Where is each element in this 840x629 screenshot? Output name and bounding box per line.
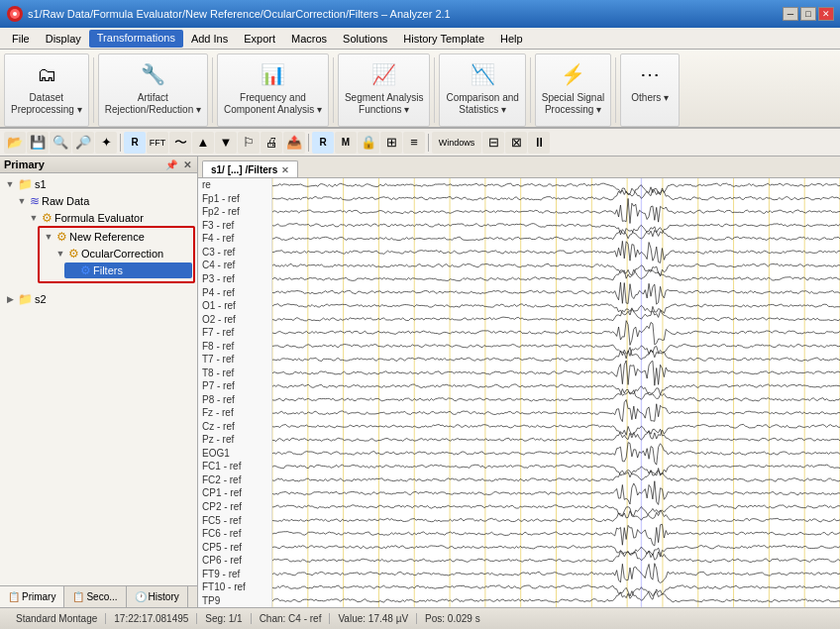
ribbon-artifact-rejection[interactable]: 🔧 ArtifactRejection/Reduction ▾	[98, 53, 208, 127]
menu-file[interactable]: File	[4, 31, 38, 47]
ribbon-dataset-preprocessing[interactable]: 🗂 DatasetPreprocessing ▾	[4, 53, 89, 127]
tree-item-s1[interactable]: ▼ 📁 s1 ▼ ≋ Raw Data	[2, 175, 195, 286]
menu-history[interactable]: History Template	[395, 31, 492, 47]
tb-channel[interactable]: ≡	[403, 132, 425, 154]
tab-history-label: History	[149, 591, 179, 602]
channel-label-2: Fp2 - ref	[198, 205, 271, 219]
channel-label-14: T8 - ref	[198, 366, 271, 379]
signal-tab-close[interactable]: ✕	[281, 165, 289, 175]
formula-children: ▼ ⚙ New Reference	[38, 226, 195, 283]
expand-formula[interactable]: ▼	[28, 213, 40, 223]
file-tree: ▼ 📁 s1 ▼ ≋ Raw Data	[0, 173, 197, 585]
tb-markers[interactable]: ⚐	[238, 132, 260, 154]
expand-newref[interactable]: ▼	[43, 232, 54, 242]
menu-solutions[interactable]: Solutions	[335, 31, 395, 47]
tb-grid[interactable]: ⊞	[380, 132, 402, 154]
ribbon-frequency-component[interactable]: 📊 Frequency andComponent Analysis ▾	[217, 53, 329, 127]
filters-icon: ⚙	[80, 263, 91, 277]
panel-close[interactable]: ✕	[181, 159, 193, 170]
channel-label-1: Fp1 - ref	[198, 192, 271, 206]
status-value: Value: 17.48 µV	[330, 613, 417, 624]
tree-item-filters[interactable]: ⚙ Filters	[64, 262, 192, 279]
comparison-statistics-label: Comparison andStatistics ▾	[446, 92, 518, 116]
tb-fft[interactable]: FFT	[147, 132, 168, 154]
comparison-statistics-icon: 📉	[467, 58, 498, 90]
menu-export[interactable]: Export	[236, 31, 283, 47]
expand-rawdata[interactable]: ▼	[16, 196, 28, 206]
channel-label-6: C4 - ref	[198, 259, 271, 272]
tb-windows[interactable]: Windows	[432, 132, 481, 154]
tb-m[interactable]: M	[335, 132, 357, 154]
tree-item-formula[interactable]: ▼ ⚙ Formula Evaluator ▼ ⚙	[26, 209, 195, 284]
tb-lock[interactable]: 🔒	[358, 132, 379, 154]
ribbon-comparison-statistics[interactable]: 📉 Comparison andStatistics ▾	[439, 53, 525, 127]
others-icon: ⋯	[634, 58, 666, 90]
minimize-button[interactable]: ─	[783, 7, 798, 21]
s1-label: s1	[35, 178, 47, 190]
tb-zoom-in[interactable]: 🔍	[50, 132, 71, 154]
menu-transformations[interactable]: Transformations	[89, 30, 183, 48]
s1-children: ▼ ≋ Raw Data ▼ ⚙ Formula Evaluator	[14, 192, 195, 285]
tb-select[interactable]: ✦	[95, 132, 117, 154]
tb-print[interactable]: 🖨	[261, 132, 282, 154]
panel-tabs: 📋 Primary 📋 Seco... 🕐 History	[0, 585, 197, 607]
s1-icon: 📁	[18, 177, 33, 191]
frequency-component-label: Frequency andComponent Analysis ▾	[224, 92, 322, 116]
ribbon-others[interactable]: ⋯ Others ▾	[620, 53, 680, 127]
signal-canvas-area[interactable]	[272, 178, 840, 607]
segment-analysis-icon: 📈	[368, 58, 400, 90]
channel-label-10: O2 - ref	[198, 312, 271, 326]
tb-open[interactable]: 📂	[4, 132, 26, 154]
tree-item-s2[interactable]: ▶ 📁 s2	[2, 290, 195, 308]
tab-secondary-icon: 📋	[72, 591, 84, 602]
tree-item-newref[interactable]: ▼ ⚙ New Reference	[38, 226, 195, 283]
maximize-button[interactable]: □	[800, 7, 816, 21]
tree-item-rawdata[interactable]: ▼ ≋ Raw Data ▼ ⚙ Formula Evaluator	[14, 192, 195, 285]
tree-item-ocular[interactable]: ▼ ⚙ OcularCorrection	[52, 245, 192, 280]
tb-pause[interactable]: ⏸	[528, 132, 550, 154]
others-label: Others ▾	[631, 92, 669, 104]
tb-arrow-up[interactable]: ▲	[192, 132, 214, 154]
status-montage: Standard Montage	[8, 613, 106, 624]
channel-label-8: P4 - ref	[198, 285, 271, 299]
panel-pin[interactable]: 📌	[163, 159, 179, 170]
channel-labels: reFp1 - refFp2 - refF3 - refF4 - refC3 -…	[198, 178, 272, 607]
tab-secondary[interactable]: 📋 Seco...	[64, 586, 126, 607]
tb-sep-2	[308, 134, 309, 152]
app-icon	[6, 5, 24, 23]
menu-help[interactable]: Help	[492, 31, 531, 47]
s2-icon: 📁	[18, 292, 33, 306]
expand-s1[interactable]: ▼	[4, 179, 16, 189]
tab-secondary-label: Seco...	[86, 591, 117, 602]
expand-s2[interactable]: ▶	[4, 294, 16, 304]
tb-export[interactable]: 📤	[283, 132, 305, 154]
menu-addins[interactable]: Add Ins	[183, 31, 236, 47]
signal-content: reFp1 - refFp2 - refF3 - refF4 - refC3 -…	[198, 178, 840, 607]
tb-save[interactable]: 💾	[27, 132, 49, 154]
primary-panel-title: Primary	[4, 158, 45, 170]
close-button[interactable]: ✕	[818, 7, 834, 21]
channel-label-20: EOG1	[198, 447, 271, 461]
tb-arrow-down[interactable]: ▼	[215, 132, 237, 154]
tb-tile[interactable]: ⊟	[482, 132, 504, 154]
main-area: Primary 📌 ✕ ▼ 📁 s1 ▼ ≋	[0, 157, 840, 607]
tab-history[interactable]: 🕐 History	[127, 586, 188, 607]
tb-r1[interactable]: R	[124, 132, 146, 154]
tab-primary[interactable]: 📋 Primary	[0, 586, 64, 607]
ribbon-special-signal[interactable]: ⚡ Special SignalProcessing ▾	[535, 53, 611, 127]
status-seg: Seg: 1/1	[197, 613, 251, 624]
tb-stack[interactable]: ⊠	[505, 132, 527, 154]
ocular-children: ⚙ Filters	[64, 262, 192, 279]
menu-display[interactable]: Display	[38, 31, 89, 47]
ribbon-segment-analysis[interactable]: 📈 Segment AnalysisFunctions ▾	[338, 53, 431, 127]
tb-r2[interactable]: R	[312, 132, 334, 154]
primary-panel-header: Primary 📌 ✕	[0, 157, 197, 173]
tb-wave[interactable]: 〜	[169, 132, 191, 154]
tb-zoom-out[interactable]: 🔎	[72, 132, 94, 154]
channel-label-23: CP1 - ref	[198, 486, 271, 500]
ribbon: 🗂 DatasetPreprocessing ▾ 🔧 ArtifactRejec…	[0, 50, 840, 129]
expand-ocular[interactable]: ▼	[54, 249, 66, 259]
menu-macros[interactable]: Macros	[283, 31, 335, 47]
signal-tab-filters[interactable]: s1/ [...] /Filters ✕	[202, 160, 298, 177]
ribbon-divider-2	[212, 57, 213, 123]
